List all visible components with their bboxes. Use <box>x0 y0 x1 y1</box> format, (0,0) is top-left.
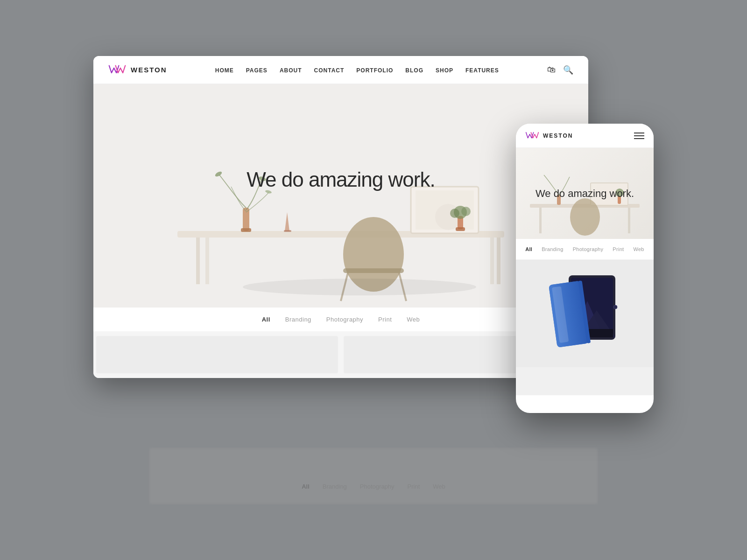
nav-item-home[interactable]: HOME <box>215 66 234 74</box>
portfolio-col-1 <box>96 336 338 373</box>
desktop-hero-content: We do amazing work. <box>247 168 435 191</box>
desktop-mockup: WESTON HOME PAGES ABOUT CONTACT PORTFOLI… <box>93 56 588 378</box>
filter-all[interactable]: All <box>262 316 270 323</box>
desk-scene-svg <box>93 110 588 306</box>
bg-filter-photography: Photography <box>360 483 395 490</box>
mobile-filter-tabs: All Branding Photography Print Web <box>516 239 654 260</box>
nav-item-portfolio[interactable]: PORTFOLIO <box>356 66 393 74</box>
cart-icon[interactable]: 🛍 <box>547 65 556 75</box>
filter-branding[interactable]: Branding <box>285 316 311 323</box>
svg-point-20 <box>450 209 459 218</box>
background-filter-tabs: All Branding Photography Print Web <box>302 483 445 490</box>
nav-item-features[interactable]: FEATURES <box>465 66 499 74</box>
nav-item-shop[interactable]: SHOP <box>436 66 453 74</box>
mobile-logo-text: WESTON <box>543 133 573 139</box>
svg-rect-26 <box>628 208 630 233</box>
desktop-hero-headline: We do amazing work. <box>247 168 435 191</box>
mobile-portfolio-item <box>516 260 654 367</box>
svg-point-21 <box>461 207 471 216</box>
bg-filter-print: Print <box>408 483 420 490</box>
svg-rect-18 <box>456 227 465 231</box>
svg-rect-4 <box>490 238 494 284</box>
desktop-nav-icons: 🛍 🔍 <box>547 65 573 75</box>
svg-rect-6 <box>343 268 404 273</box>
filter-web[interactable]: Web <box>407 316 420 323</box>
mobile-hero: We do amazing work. <box>516 148 654 239</box>
svg-rect-3 <box>205 238 209 284</box>
svg-rect-2 <box>497 238 500 284</box>
desktop-hero: We do amazing work. All Branding Photogr… <box>93 84 588 331</box>
svg-rect-25 <box>539 208 542 233</box>
search-icon[interactable]: 🔍 <box>563 65 573 75</box>
nav-item-pages[interactable]: PAGES <box>246 66 268 74</box>
hamburger-line-3 <box>634 138 644 139</box>
svg-point-23 <box>243 279 476 295</box>
svg-rect-10 <box>241 228 251 232</box>
mobile-mockup: WESTON <box>516 124 654 413</box>
svg-rect-1 <box>196 238 200 284</box>
hamburger-line-2 <box>634 135 644 136</box>
mobile-hero-headline: We do amazing work. <box>526 188 643 200</box>
desktop-filter-tabs: All Branding Photography Print Web <box>93 308 588 331</box>
filter-print[interactable]: Print <box>378 316 392 323</box>
svg-rect-22 <box>284 230 291 232</box>
nav-item-contact[interactable]: CONTACT <box>314 66 345 74</box>
svg-point-43 <box>613 305 617 309</box>
desktop-logo-text: WESTON <box>131 66 167 74</box>
scene-container: WESTON HOME PAGES ABOUT CONTACT PORTFOLI… <box>93 56 654 504</box>
desktop-nav-links: HOME PAGES ABOUT CONTACT PORTFOLIO BLOG … <box>215 66 499 74</box>
desktop-navbar: WESTON HOME PAGES ABOUT CONTACT PORTFOLI… <box>93 56 588 84</box>
hamburger-line-1 <box>634 133 644 133</box>
m-filter-all[interactable]: All <box>525 246 532 252</box>
hamburger-menu-icon[interactable] <box>634 133 644 139</box>
ipad-illustration-svg <box>543 264 627 364</box>
background-blur-strip <box>149 448 598 504</box>
mobile-logo[interactable]: WESTON <box>525 131 573 140</box>
nav-item-about[interactable]: ABOUT <box>280 66 302 74</box>
desktop-logo[interactable]: WESTON <box>108 64 167 76</box>
mobile-portfolio-bottom <box>516 367 654 395</box>
svg-point-32 <box>570 198 600 236</box>
mobile-navbar: WESTON <box>516 124 654 148</box>
bg-filter-all: All <box>302 483 310 490</box>
m-filter-branding[interactable]: Branding <box>542 246 563 252</box>
m-filter-photography[interactable]: Photography <box>573 246 604 252</box>
desktop-portfolio-strip <box>93 331 588 378</box>
m-filter-print[interactable]: Print <box>613 246 624 252</box>
mobile-logo-icon <box>525 131 539 140</box>
filter-photography[interactable]: Photography <box>326 316 363 323</box>
m-filter-web[interactable]: Web <box>633 246 644 252</box>
svg-point-11 <box>214 171 223 178</box>
desktop-logo-icon <box>108 64 126 76</box>
bg-filter-branding: Branding <box>323 483 347 490</box>
bg-filter-web: Web <box>433 483 445 490</box>
nav-item-blog[interactable]: BLOG <box>405 66 423 74</box>
